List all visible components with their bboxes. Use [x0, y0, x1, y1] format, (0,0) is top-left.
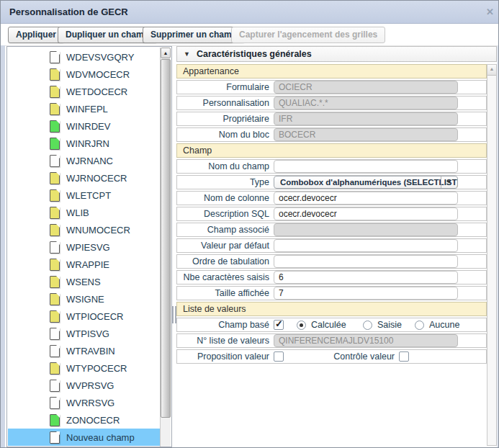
field-label: Formulaire [177, 82, 269, 92]
tree-scrollbar-thumb[interactable] [161, 59, 171, 418]
tree-item[interactable]: WINFEPL [8, 100, 160, 117]
section-header-champ: Champ [176, 143, 487, 158]
type-combobox[interactable]: Combobox d'alphanumériques (SELECTLIST) … [274, 176, 458, 189]
tree-item[interactable]: WINRJRN [8, 135, 160, 152]
tree-item-nouveau-champ[interactable]: Nouveau champ [8, 429, 160, 446]
tree-item[interactable]: WSENS [8, 273, 160, 290]
tree-item[interactable]: WVRRSVG [8, 394, 160, 411]
field-label: Champ basé [177, 320, 269, 330]
field-label: Taille affichée [177, 288, 269, 298]
proposition-valeur-checkbox[interactable] [274, 351, 284, 362]
tree-item[interactable]: WTPIOCECR [8, 308, 160, 325]
field-row-nom-du-bloc: Nom du bloc [176, 127, 487, 142]
field-label: Champ associé [177, 225, 269, 235]
tree-item[interactable]: WJRNANC [8, 152, 160, 169]
nom-de-colonne-input[interactable] [274, 192, 458, 205]
tree-item[interactable]: WLETCPT [8, 187, 160, 204]
apply-button[interactable]: Appliquer [8, 27, 64, 43]
radio-calculee[interactable] [297, 321, 306, 330]
taille-affichee-input[interactable] [274, 287, 458, 300]
type-combobox-value: Combobox d'alphanumériques (SELECTLIST) [280, 178, 458, 187]
radio-aucune[interactable] [415, 321, 424, 330]
panel-title: Caractéristiques générales [197, 49, 312, 59]
controle-valeur-checkbox[interactable] [399, 351, 409, 362]
tree-item-label: WLETCPT [66, 190, 111, 201]
tree-item[interactable]: WETDOCECR [8, 83, 160, 100]
dialog-left-margin [1, 45, 5, 447]
file-icon [50, 414, 60, 426]
close-icon[interactable]: ✕ [486, 6, 494, 17]
tree-item[interactable]: WTYPOCECR [8, 359, 160, 377]
file-icon [50, 345, 60, 357]
field-label: Nom du champ [177, 161, 269, 171]
field-label: Type [177, 177, 269, 187]
tree-item[interactable]: WNUMOCECR [8, 221, 160, 238]
field-row-champ-base: Champ basé Calculée Saisie Aucune [176, 318, 487, 332]
tree-item-label: WTYPOCECR [66, 363, 127, 374]
field-row-valeur-par-defaut: Valeur par défaut [176, 238, 487, 253]
tree-item[interactable]: WRAPPIE [8, 256, 160, 273]
tree-item[interactable]: WJRNOCECR [8, 169, 160, 187]
tree-item-label: WINRJRN [66, 138, 109, 149]
tree-item[interactable]: WPIESVG [8, 238, 160, 256]
scroll-up-icon[interactable]: ▲ [487, 65, 496, 76]
nbe-caracteres-saisis-input[interactable] [274, 271, 458, 284]
description-sql-input[interactable] [274, 207, 458, 220]
tree-item[interactable]: WDEVSVGQRY [8, 48, 160, 66]
tree-item[interactable]: WSIGNE [8, 290, 160, 308]
scroll-up-icon[interactable]: ▲ [161, 48, 171, 58]
tree-scrollbar[interactable]: ▲ [160, 48, 171, 447]
panel-scrollbar[interactable]: ▲ [487, 64, 497, 446]
panel-header[interactable]: ▼ Caractéristiques générales [176, 46, 497, 62]
file-icon [50, 155, 60, 167]
ordre-de-tabulation-input[interactable] [274, 255, 458, 268]
delete-field-button[interactable]: Supprimer un champ [143, 27, 245, 43]
tree-item-label: WVRRSVG [66, 398, 114, 408]
champ-base-checkbox[interactable] [274, 320, 284, 330]
chevron-down-icon: ▼ [441, 176, 457, 188]
formulaire-input [274, 81, 458, 94]
tree-item-label: WRAPPIE [66, 259, 109, 270]
file-icon [50, 189, 60, 202]
field-row-nom-du-champ: Nom du champ [176, 159, 487, 174]
tree-item-label: WNUMOCECR [66, 225, 130, 236]
field-row-personnalisation: Personnalisation [176, 96, 487, 110]
tree-item-label: Nouveau champ [66, 432, 135, 443]
window-title: Personnalisation de GECR [9, 6, 128, 17]
tree-item[interactable]: WTRAVBIN [8, 342, 160, 359]
tree-item-label: WTPIOCECR [66, 311, 123, 322]
tree-item-label: ZONOCECR [66, 415, 120, 426]
nom-du-champ-input[interactable] [274, 160, 458, 173]
tree-item-label: WTRAVBIN [66, 346, 115, 357]
tree-item[interactable]: WVPRSVG [8, 377, 160, 394]
tree-item-label: WDEVSVGQRY [66, 52, 134, 63]
file-icon [50, 310, 60, 323]
tree-item[interactable]: WDVMOCECR [8, 66, 160, 83]
field-label: Personnalisation [177, 98, 269, 108]
section-label: Liste de valeurs [183, 304, 246, 314]
file-icon [50, 172, 60, 184]
radio-label-aucune: Aucune [429, 320, 459, 330]
tree-item[interactable]: WLIB [8, 204, 160, 221]
tree-item-label: WETDOCECR [66, 86, 127, 97]
radio-saisie[interactable] [363, 321, 372, 330]
tree-item-label: WVPRSVG [66, 380, 114, 391]
field-row-formulaire: Formulaire [176, 80, 487, 94]
tree-item-label: WSENS [66, 277, 101, 287]
file-icon [50, 68, 60, 81]
section-header-appartenance: Appartenance [176, 64, 487, 79]
field-row-ordre-de-tabulation: Ordre de tabulation [176, 254, 487, 269]
file-icon [50, 207, 60, 219]
tree-item-label: WINRDEV [66, 121, 110, 132]
tree-item-label: WLIB [66, 207, 89, 218]
capture-grid-layout-button: Capturer l'agencement des grilles [231, 27, 385, 43]
tree-item[interactable]: ZONOCECR [8, 411, 160, 429]
valeur-par-defaut-input[interactable] [274, 239, 458, 252]
toolbar: Appliquer Dupliquer un champ Supprimer u… [1, 24, 498, 46]
tree-item-label: WINFEPL [66, 104, 108, 115]
radio-label-calculee: Calculée [311, 320, 346, 330]
tree-item[interactable]: WTPISVG [8, 325, 160, 342]
tree-item-label: WJRNOCECR [66, 173, 127, 184]
field-label: Contrôle valeur [307, 351, 395, 362]
tree-item[interactable]: WINRDEV [8, 117, 160, 135]
